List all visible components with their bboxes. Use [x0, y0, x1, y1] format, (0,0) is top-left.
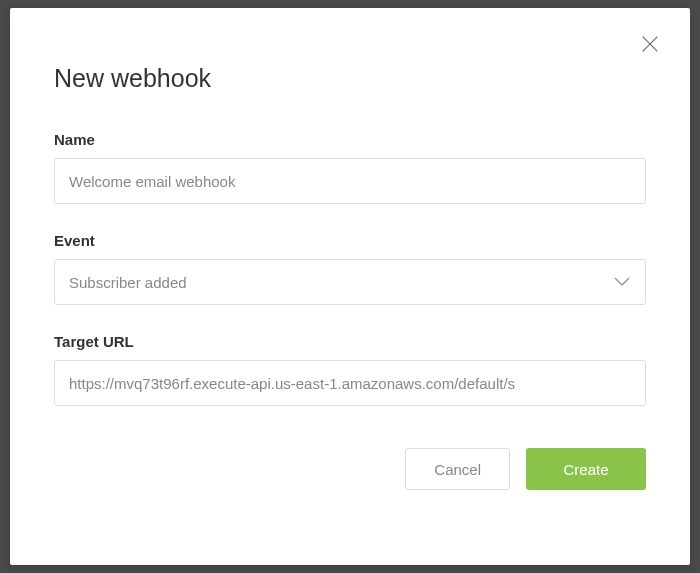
event-field-group: Event Subscriber added	[54, 232, 646, 305]
event-select-wrapper: Subscriber added	[54, 259, 646, 305]
event-label: Event	[54, 232, 646, 249]
cancel-button[interactable]: Cancel	[405, 448, 510, 490]
new-webhook-modal: New webhook Name Event Subscriber added …	[10, 8, 690, 565]
target-url-label: Target URL	[54, 333, 646, 350]
button-row: Cancel Create	[54, 448, 646, 490]
target-url-input[interactable]	[54, 360, 646, 406]
close-icon	[639, 33, 661, 59]
create-button[interactable]: Create	[526, 448, 646, 490]
name-label: Name	[54, 131, 646, 148]
name-field-group: Name	[54, 131, 646, 204]
name-input[interactable]	[54, 158, 646, 204]
event-select[interactable]: Subscriber added	[54, 259, 646, 305]
modal-title: New webhook	[54, 64, 646, 93]
close-button[interactable]	[638, 34, 662, 58]
target-url-field-group: Target URL	[54, 333, 646, 406]
